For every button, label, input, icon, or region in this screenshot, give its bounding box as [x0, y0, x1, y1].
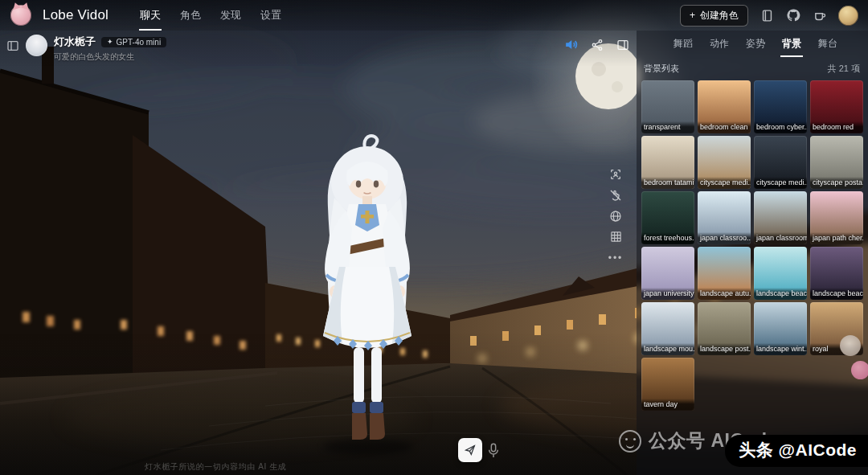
panel-tab[interactable]: 姿势 — [744, 31, 767, 57]
app-header: Lobe Vidol 聊天角色发现设置 + 创建角色 — [0, 0, 868, 31]
background-item-label: cityscape medi... — [698, 177, 751, 189]
send-button[interactable] — [458, 438, 482, 462]
background-item[interactable]: cityscape medi... — [754, 136, 807, 189]
background-item[interactable]: bedroom cyber... — [754, 80, 807, 133]
background-item[interactable]: japan university — [641, 247, 694, 300]
background-item[interactable]: cityscape medi... — [698, 136, 751, 189]
list-count: 共 21 项 — [828, 63, 860, 75]
header-right: + 创建角色 — [680, 5, 868, 27]
background-item-label: bedroom cyber... — [754, 121, 807, 133]
character-description: 可爱的白色头发的女生 — [54, 51, 166, 63]
docs-icon[interactable] — [759, 7, 775, 23]
background-item-label: landscape wint... — [754, 343, 807, 355]
nav-item[interactable]: 发现 — [216, 0, 245, 31]
background-item-label: landscape post... — [698, 343, 751, 355]
share-icon[interactable] — [589, 37, 604, 52]
panel-right-icon[interactable] — [615, 37, 630, 52]
background-item[interactable]: forest treehous... — [641, 191, 694, 244]
ai-disclaimer: 灯水栀子所说的一切内容均由 AI 生成 — [145, 461, 286, 473]
background-item[interactable]: landscape wint... — [754, 302, 807, 355]
background-item-label: bedroom clean — [698, 121, 751, 133]
background-item-label: forest treehous... — [641, 232, 694, 244]
background-item[interactable]: cityscape posta... — [810, 136, 863, 189]
background-panel: 舞蹈动作姿势背景舞台 背景列表 共 21 项 transparentbedroo… — [637, 31, 868, 475]
nav-item[interactable]: 设置 — [256, 0, 285, 31]
viewer-controls — [563, 37, 630, 52]
nav-item[interactable]: 聊天 — [136, 0, 165, 31]
background-item-label: japan path cher... — [810, 232, 863, 244]
plus-icon: + — [690, 10, 695, 21]
list-header: 背景列表 共 21 项 — [637, 57, 868, 80]
coffee-icon[interactable] — [812, 7, 828, 23]
background-item[interactable]: japan classroo... — [698, 191, 751, 244]
background-item-label: landscape beac... — [754, 288, 807, 300]
character-meta: 灯水栀子 ✦ GPT-4o mini 可爱的白色头发的女生 — [54, 35, 166, 63]
background-item-label: cityscape posta... — [810, 177, 863, 189]
panel-tab[interactable]: 背景 — [780, 31, 803, 57]
background-item[interactable]: tavern day — [641, 358, 694, 411]
app-logo-icon[interactable] — [10, 5, 31, 26]
user-avatar[interactable] — [838, 6, 858, 26]
watermark-emoji-icon — [619, 430, 641, 452]
background-item[interactable]: bedroom tatami — [641, 136, 694, 189]
background-item[interactable]: landscape beac... — [754, 247, 807, 300]
main-nav: 聊天角色发现设置 — [136, 0, 285, 31]
background-item-label: tavern day — [641, 399, 694, 411]
background-item-label: japan classroo... — [698, 232, 751, 244]
character-name: 灯水栀子 — [54, 35, 96, 49]
watermark-sticker-face — [840, 335, 861, 356]
background-item[interactable]: landscape autu... — [698, 247, 751, 300]
vtuber-character[interactable] — [273, 133, 458, 457]
character-info: 灯水栀子 ✦ GPT-4o mini 可爱的白色头发的女生 — [6, 35, 166, 63]
nav-item[interactable]: 角色 — [176, 0, 205, 31]
list-title: 背景列表 — [644, 63, 679, 75]
more-icon[interactable]: ••• — [609, 251, 623, 264]
watermark-corner: 头条 @AICode — [725, 435, 868, 467]
panel-tab[interactable]: 舞蹈 — [672, 31, 694, 57]
panel-tab[interactable]: 舞台 — [817, 31, 839, 57]
background-item[interactable]: landscape beac... — [810, 247, 863, 300]
background-item-label: japan university — [641, 288, 694, 300]
mic-icon[interactable] — [487, 442, 502, 460]
background-item[interactable]: landscape mou... — [641, 302, 694, 355]
character-avatar[interactable] — [26, 35, 47, 56]
grid-icon[interactable] — [609, 230, 623, 244]
model-icon: ✦ — [107, 38, 113, 46]
speaker-on-icon[interactable] — [563, 37, 579, 52]
viewer-side-toolbar: ••• — [605, 167, 626, 264]
background-item[interactable]: japan path cher... — [810, 191, 863, 244]
create-character-button[interactable]: + 创建角色 — [680, 5, 748, 27]
background-item[interactable]: transparent — [641, 80, 694, 133]
globe-icon[interactable] — [609, 209, 623, 223]
camera-focus-icon[interactable] — [609, 167, 623, 181]
touch-off-icon[interactable] — [609, 188, 623, 202]
create-character-label: 创建角色 — [700, 9, 739, 23]
background-item-label: landscape autu... — [698, 288, 751, 300]
background-item-label: cityscape medi... — [754, 177, 807, 189]
background-item-label: landscape mou... — [641, 343, 694, 355]
model-badge-label: GPT-4o mini — [117, 38, 162, 47]
sidebar-toggle-icon[interactable] — [6, 39, 19, 55]
background-grid: transparentbedroom cleanbedroom cyber...… — [637, 80, 868, 412]
background-item-label: transparent — [641, 121, 694, 133]
panel-tabs: 舞蹈动作姿势背景舞台 — [637, 31, 868, 57]
app-title: Lobe Vidol — [43, 7, 108, 23]
background-item[interactable]: bedroom red — [810, 80, 863, 133]
panel-tab[interactable]: 动作 — [708, 31, 731, 57]
background-item-label: bedroom red — [810, 121, 863, 133]
model-badge[interactable]: ✦ GPT-4o mini — [101, 37, 166, 47]
watermark-sticker-pink — [851, 361, 868, 379]
background-item-label: japan classroom — [754, 232, 807, 244]
background-item[interactable]: japan classroom — [754, 191, 807, 244]
background-item[interactable]: landscape post... — [698, 302, 751, 355]
background-item-label: landscape beac... — [810, 288, 863, 300]
anime-girl-model — [273, 133, 458, 457]
background-item-label: bedroom tatami — [641, 177, 694, 189]
github-icon[interactable] — [785, 7, 801, 23]
background-item[interactable]: bedroom clean — [698, 80, 751, 133]
